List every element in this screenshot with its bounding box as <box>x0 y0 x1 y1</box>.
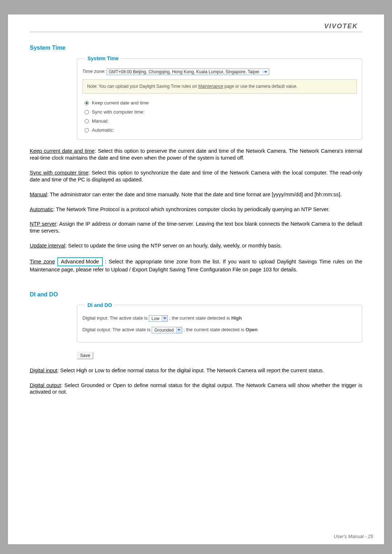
desc-keep: Keep current date and time: Select this … <box>30 148 362 161</box>
system-time-legend: System Time <box>85 56 121 61</box>
radio-icon <box>85 119 89 123</box>
radio-manual[interactable]: Manual: <box>85 118 357 124</box>
digital-input-row: Digital input: The active state is Low ;… <box>82 315 357 322</box>
dst-note: Note: You can upload your Daylight Savin… <box>82 79 357 94</box>
radio-sync[interactable]: Sync with computer time: <box>85 109 357 115</box>
desc-automatic: Automatic: The Network Time Protocol is … <box>30 206 362 213</box>
advanced-mode-badge: Advanced Mode <box>57 257 103 266</box>
di-do-panel: DI and DO Digital input: The active stat… <box>77 302 362 342</box>
desc-sync: Sync with computer time: Select this opt… <box>30 169 362 183</box>
do-state: Open <box>246 327 258 332</box>
chevron-down-icon[interactable] <box>262 70 268 73</box>
document-page: VIVOTEK System Time System Time Time zon… <box>8 15 384 544</box>
radio-icon <box>85 110 89 114</box>
desc-timezone: Time zone Advanced Mode : Select the app… <box>30 257 362 273</box>
timezone-value: GMT+08:00 Beijing, Chongqing, Hong Kong,… <box>109 69 259 74</box>
di-do-heading: DI and DO <box>30 291 362 298</box>
svg-marker-2 <box>177 329 180 331</box>
radio-keep[interactable]: Keep current date and time <box>85 100 357 106</box>
system-time-heading: System Time <box>30 45 362 51</box>
desc-ntp: NTP server: Assign the IP address or dom… <box>30 221 362 234</box>
radio-icon <box>85 101 89 105</box>
desc-update-interval: Update interval: Select to update the ti… <box>30 242 362 249</box>
svg-marker-1 <box>163 317 166 319</box>
digital-input-select[interactable]: Low <box>149 315 168 322</box>
chevron-down-icon[interactable] <box>162 316 167 321</box>
desc-digital-input: Digital input: Select High or Low to def… <box>30 367 362 374</box>
desc-digital-output: Digital output: Select Grounded or Open … <box>30 382 362 396</box>
page-header: VIVOTEK <box>30 22 362 32</box>
system-time-panel: System Time Time zone: GMT+08:00 Beijing… <box>77 56 362 140</box>
digital-output-row: Digital output: The active state is Grou… <box>82 327 357 333</box>
digital-output-select[interactable]: Grounded <box>152 327 182 333</box>
svg-marker-0 <box>264 71 267 73</box>
di-state: High <box>231 315 242 321</box>
di-do-legend: DI and DO <box>85 302 114 308</box>
radio-automatic[interactable]: Automatic: <box>85 127 357 133</box>
timezone-row: Time zone: GMT+08:00 Beijing, Chongqing,… <box>82 69 357 75</box>
brand-text: VIVOTEK <box>324 22 362 30</box>
radio-icon <box>85 128 89 132</box>
desc-manual: Manual: The administrator can enter the … <box>30 191 362 198</box>
timezone-label: Time zone: <box>82 69 106 74</box>
timezone-select[interactable]: GMT+08:00 Beijing, Chongqing, Hong Kong,… <box>107 69 269 75</box>
maintenance-link[interactable]: Maintenance <box>198 84 223 89</box>
page-footer: User's Manual - 25 <box>334 534 373 539</box>
chevron-down-icon[interactable] <box>176 327 182 333</box>
save-button[interactable]: Save <box>77 352 93 359</box>
